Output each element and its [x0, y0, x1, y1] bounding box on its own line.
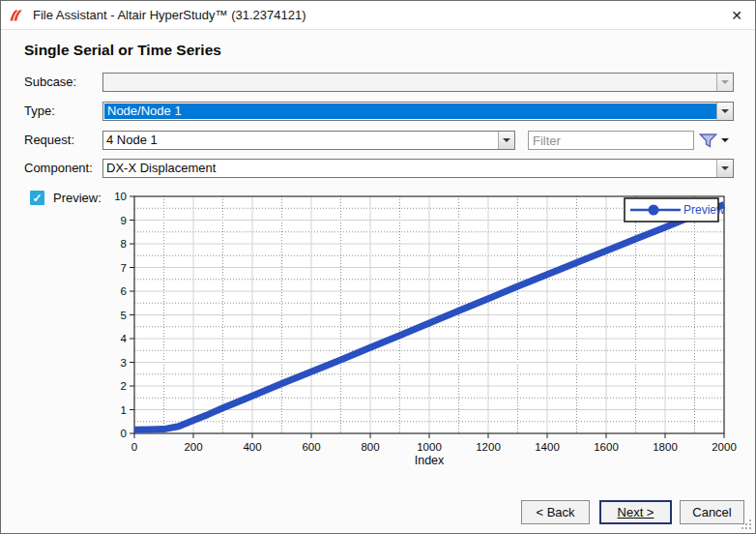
check-icon: ✓ — [32, 192, 42, 205]
legend-marker — [649, 205, 659, 216]
subcase-dropdown-arrow — [716, 74, 733, 91]
preview-checkbox[interactable]: ✓ — [30, 191, 44, 205]
resize-grip[interactable] — [740, 518, 752, 530]
subcase-dropdown — [102, 73, 734, 92]
y-tick-label: 10 — [114, 191, 127, 202]
type-value: Node/Node 1 — [104, 104, 716, 119]
y-tick-label: 6 — [121, 285, 127, 297]
preview-chart-svg: 0200400600800100012001400160018002000012… — [102, 187, 741, 469]
x-tick-label: 1800 — [653, 441, 678, 453]
type-label: Type: — [24, 102, 55, 121]
cancel-button[interactable]: Cancel — [680, 500, 744, 524]
legend-label: Preview — [683, 203, 725, 217]
type-dropdown[interactable]: Node/Node 1 — [102, 102, 734, 121]
chevron-down-icon — [503, 138, 510, 142]
titlebar: File Assistant - Altair HyperStudy™ (31.… — [1, 1, 755, 30]
funnel-icon — [699, 133, 717, 149]
page-title: Single Serial or Time Series — [24, 42, 221, 59]
component-dropdown[interactable]: DX-X Displacement — [102, 159, 734, 178]
y-tick-label: 4 — [121, 333, 128, 344]
chevron-down-icon — [721, 109, 729, 113]
file-assistant-dialog: File Assistant - Altair HyperStudy™ (31.… — [0, 0, 756, 534]
y-tick-label: 7 — [121, 262, 127, 274]
filter-input[interactable] — [528, 131, 694, 150]
request-value: 4 Node 1 — [103, 132, 498, 149]
x-tick-label: 400 — [243, 441, 261, 453]
preview-chart: 0200400600800100012001400160018002000012… — [102, 187, 741, 469]
preview-label: Preview: — [53, 189, 102, 208]
x-tick-label: 2000 — [712, 441, 737, 453]
subcase-value — [103, 74, 716, 91]
y-tick-label: 8 — [121, 238, 127, 250]
filter-menu-button[interactable] — [699, 131, 732, 150]
x-tick-label: 600 — [302, 441, 320, 453]
x-tick-label: 800 — [361, 441, 379, 453]
x-tick-label: 1200 — [476, 441, 501, 453]
y-tick-label: 2 — [121, 380, 127, 392]
window-title: File Assistant - Altair HyperStudy™ (31.… — [33, 8, 306, 22]
component-label: Component: — [24, 159, 93, 178]
chevron-down-icon — [721, 166, 729, 170]
altair-logo-icon — [10, 8, 26, 23]
x-tick-label: 1400 — [535, 441, 560, 453]
y-tick-label: 9 — [121, 215, 127, 226]
back-button[interactable]: < Back — [521, 500, 590, 524]
subcase-label: Subcase: — [24, 73, 76, 92]
component-value: DX-X Displacement — [103, 160, 716, 177]
chevron-down-icon — [721, 80, 729, 84]
request-dropdown-arrow[interactable] — [498, 132, 514, 149]
request-dropdown[interactable]: 4 Node 1 — [102, 131, 515, 150]
x-tick-label: 200 — [184, 441, 202, 453]
x-tick-label: 1600 — [594, 441, 619, 453]
x-axis-label: Index — [415, 454, 445, 467]
x-tick-label: 1000 — [417, 441, 442, 453]
request-label: Request: — [24, 131, 74, 150]
chevron-down-icon — [721, 138, 729, 142]
next-button[interactable]: Next > — [599, 500, 672, 524]
x-tick-label: 0 — [131, 441, 137, 453]
y-tick-label: 5 — [121, 310, 127, 321]
y-tick-label: 3 — [121, 357, 127, 369]
y-tick-label: 0 — [121, 428, 127, 439]
close-icon[interactable]: ✕ — [724, 4, 749, 27]
type-dropdown-arrow[interactable] — [716, 103, 733, 120]
component-dropdown-arrow[interactable] — [716, 160, 733, 177]
y-tick-label: 1 — [121, 404, 127, 416]
